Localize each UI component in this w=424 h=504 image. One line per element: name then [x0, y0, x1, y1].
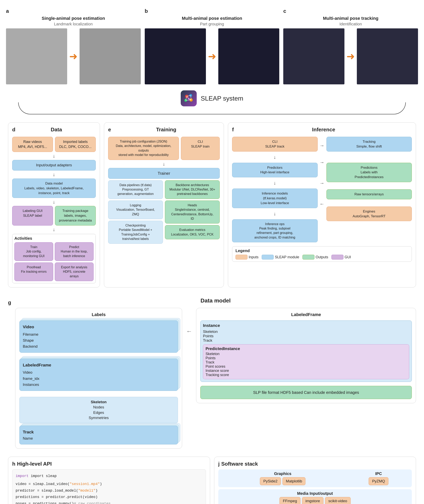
panel-b-title: Multi-animal pose estimation [182, 16, 242, 21]
legend-title: Legend [236, 249, 408, 253]
inference-section: f Inference CLI SLEAP track ↓ Predictors… [228, 122, 416, 287]
code-import: import [16, 474, 29, 478]
panel-a-subtitle: Landmark localization [54, 22, 93, 26]
training-package-box: Training package labels, images, provena… [55, 206, 96, 225]
panel-c-subtitle: Identification [339, 22, 362, 26]
predicted-instance-card: PredictedInstance Skeleton Points Track … [203, 344, 409, 379]
legend-box: Legend Inputs SLEAP module Outputs GUI [232, 246, 412, 262]
labeled-frame-fields: Video frame_idx Instances [23, 369, 175, 388]
video-card: Video Filename Shape Backend [19, 320, 178, 353]
inference-ops-box: Inference ops Peak finding, subpixel ref… [232, 219, 318, 243]
predictors-box: Predictors High-level interface [232, 163, 318, 178]
panel-b-image: ➜ [145, 28, 280, 84]
data-model-panel-label: g [8, 299, 11, 305]
labeling-gui-box: Labeling GUI SLEAP label [12, 206, 53, 225]
predictions-box: Predictions Labels with PredictedInstanc… [326, 163, 412, 182]
media-section: Media Input/output FFmpeg imgstore sciki… [218, 489, 412, 504]
legend-sleap-module: SLEAP module [262, 255, 299, 260]
api-panel-label: h [12, 461, 15, 467]
graphics-title: Graphics [220, 471, 345, 476]
video-stack: Video Filename Shape Backend [19, 320, 178, 353]
panel-b: b Multi-animal pose estimation Part grou… [145, 8, 280, 84]
arrow-4: ↓ [12, 227, 96, 232]
pyzmq: PyZMQ [369, 477, 388, 485]
stack-title: Software stack [221, 461, 258, 467]
main-diagram-sections: d Data Raw videos MP4, AVI, HDF5... Impo… [0, 114, 424, 292]
code-block: import import sleap video = sleap.load_v… [12, 469, 206, 504]
panel-b-label: b [145, 8, 148, 14]
raw-tensors-box: Raw tensors/arrays [326, 189, 412, 199]
software-stack-section: j Software stack Graphics PySide2 Matplo… [214, 457, 416, 504]
bottom-row: h High-level API import import sleap vid… [0, 453, 424, 504]
panel-c-image: ➜ [283, 28, 418, 84]
ipc-title: IPC [347, 471, 410, 476]
panel-c-arrow: ➜ [346, 50, 355, 62]
panel-c: c Multi-animal pose tracking Identificat… [283, 8, 418, 84]
heads-box: Heads SingleInstance, centroid, Centered… [165, 200, 220, 224]
scikit-video: scikit-video [325, 497, 351, 504]
predict-box: Predict Human in the loop, batch inferen… [55, 242, 94, 261]
matplotlib: Matplotlib [282, 477, 306, 485]
panel-b-subtitle: Part grouping [200, 22, 224, 26]
t-arrow-1: ↓ [108, 161, 220, 167]
sleap-logo [181, 90, 197, 106]
panel-c-title: Multi-animal pose tracking [323, 16, 378, 21]
panel-b-arrow: ➜ [208, 50, 216, 62]
activities-title: Activities [14, 236, 94, 241]
panel-a-label: a [6, 8, 9, 14]
graphics-ipc-section: Graphics PySide2 Matplotlib IPC PyZMQ [218, 469, 412, 487]
inference-panel-label: f [232, 127, 234, 136]
trainer-box: Trainer [108, 168, 220, 179]
arrow-2: ↓ [12, 172, 96, 177]
track-fields: Name [23, 436, 175, 442]
data-pipelines-box: Data pipelines (tf.data) Preprocessing, … [108, 180, 163, 199]
arrow-1: ↓ [12, 153, 96, 159]
labeled-frame-title-small: LabeledFrame [23, 362, 175, 368]
job-config-box: Training job configuration (JSON) Data, … [108, 137, 179, 160]
legend-inputs: Inputs [236, 255, 258, 260]
logging-box: Logging Visualization, TensorBoard, ZMQ [108, 200, 163, 219]
data-panel-label: d [12, 127, 15, 136]
imported-labels-box: Imported labels DLC, DPK, COCO... [55, 137, 96, 152]
training-section: e Training Training job configuration (J… [104, 122, 224, 287]
eval-metrics-box: Evaluation metrics Localization, OKS, VO… [165, 225, 220, 239]
raw-videos-box: Raw videos MP4, AVI, HDF5... [12, 137, 53, 152]
panel-a: a Single-animal pose estimation Landmark… [6, 8, 141, 84]
training-section-title: Training [112, 127, 220, 133]
skeleton-fields: Nodes Edges Symmetries [23, 405, 175, 421]
training-panel-label: e [108, 127, 111, 136]
track-title: Track [23, 429, 175, 436]
engines-box: Engines AutoGraph, TensorRT [326, 206, 412, 221]
api-title: High-level API [17, 461, 52, 467]
data-model-section: g Data model Labels Video Filename Shape… [0, 292, 424, 453]
export-box: Export for analysis HDF5, concrete array… [55, 262, 94, 281]
slp-format-box: SLP file format HDF5 based Can include e… [200, 386, 412, 399]
legend-gui: GUI [331, 255, 351, 260]
labeled-frame-title: LabeledFrame [200, 312, 412, 317]
pyside2: PySide2 [260, 477, 281, 485]
dm-arrow: ← [186, 308, 192, 335]
video-fields: Filename Shape Backend [23, 331, 175, 350]
tracking-box: Tracking Simple, flow shift [326, 137, 412, 152]
media-title: Media Input/output [220, 491, 410, 496]
labeled-frame-stack: LabeledFrame Video frame_idx Instances [19, 359, 178, 391]
panel-a-title: Single-animal pose estimation [42, 16, 105, 21]
proofread-box: Proofread Fix tracking errors [14, 262, 53, 281]
skeleton-card: Skeleton Nodes Edges Symmetries [19, 397, 178, 423]
panel-a-image: ➜ [6, 28, 141, 84]
input-output-box: Input/output adapters [12, 160, 96, 171]
inference-models-box: Inference models (tf.keras.model) Low-le… [232, 188, 318, 208]
api-section: h High-level API import import sleap vid… [8, 457, 210, 504]
cli-box: CLI SLEAP train [181, 137, 220, 160]
checkpointing-box: Checkpointing Portable SavedModel + Trai… [108, 221, 163, 244]
cli-track-box: CLI SLEAP track [232, 137, 318, 152]
labels-container: Labels Video Filename Shape Backend [15, 308, 182, 449]
train-box: Train Job config, monitoring GUI [14, 242, 53, 261]
labeled-frame-container: LabeledFrame Instance Skeleton Points Tr… [196, 308, 416, 403]
skeleton-title: Skeleton [23, 399, 175, 405]
labeled-frame-card: LabeledFrame Video frame_idx Instances [19, 359, 178, 391]
video-title: Video [23, 324, 175, 330]
data-section-title: Data [17, 127, 96, 133]
arrow-3: ↓ [12, 199, 96, 205]
labels-title: Labels [19, 312, 178, 317]
